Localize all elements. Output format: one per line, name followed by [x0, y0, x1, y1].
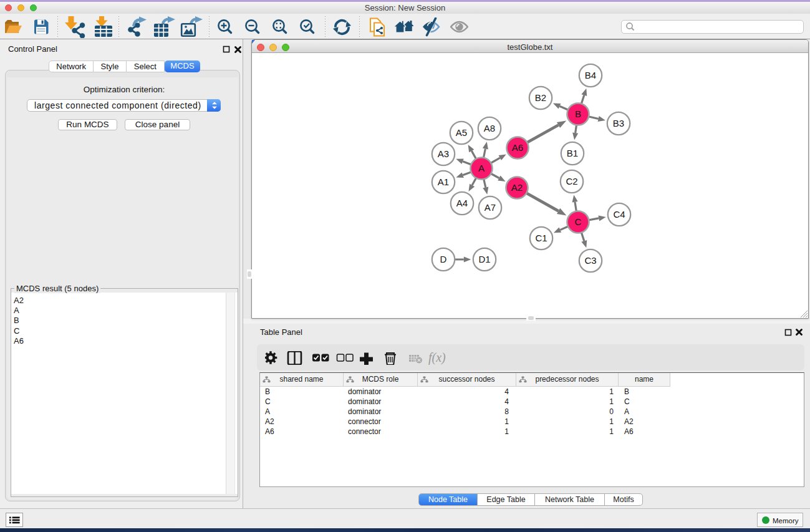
- svg-text:B1: B1: [567, 148, 578, 158]
- svg-text:A3: A3: [438, 148, 449, 159]
- svg-text:A2: A2: [511, 182, 523, 193]
- svg-text:A4: A4: [456, 198, 468, 208]
- svg-text:A5: A5: [456, 127, 467, 138]
- svg-text:B3: B3: [613, 118, 624, 128]
- svg-text:B2: B2: [535, 92, 546, 103]
- svg-text:C3: C3: [584, 255, 596, 266]
- svg-text:A6: A6: [512, 142, 523, 153]
- svg-text:D: D: [440, 254, 447, 264]
- svg-text:C1: C1: [535, 233, 547, 243]
- svg-text:B4: B4: [585, 70, 596, 80]
- svg-text:D1: D1: [478, 254, 490, 264]
- svg-text:A1: A1: [438, 177, 449, 187]
- svg-text:C4: C4: [613, 209, 625, 220]
- svg-text:C2: C2: [566, 176, 577, 186]
- svg-text:B: B: [575, 109, 581, 119]
- svg-text:A8: A8: [484, 123, 495, 133]
- svg-text:A: A: [478, 163, 485, 173]
- svg-text:A7: A7: [485, 202, 496, 213]
- svg-text:C: C: [575, 216, 582, 227]
